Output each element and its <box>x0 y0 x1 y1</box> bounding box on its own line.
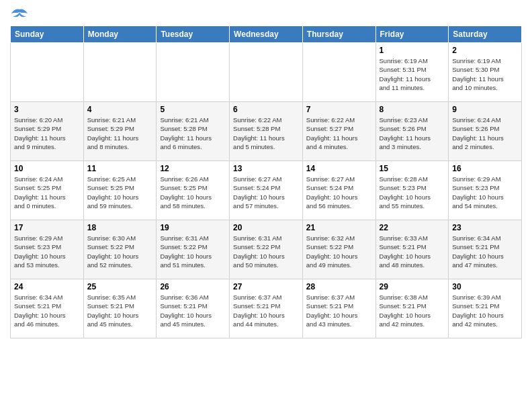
header <box>10 7 522 23</box>
day-info: Sunrise: 6:37 AM Sunset: 5:21 PM Dayligh… <box>233 293 299 328</box>
calendar-day-header: Friday <box>375 26 449 43</box>
calendar-cell: 25Sunrise: 6:35 AM Sunset: 5:21 PM Dayli… <box>83 279 157 338</box>
calendar-body: 1Sunrise: 6:19 AM Sunset: 5:31 PM Daylig… <box>11 43 522 338</box>
day-number: 7 <box>306 105 372 114</box>
day-number: 30 <box>452 282 518 291</box>
calendar-week-row: 24Sunrise: 6:34 AM Sunset: 5:21 PM Dayli… <box>11 279 522 338</box>
day-number: 27 <box>233 282 299 291</box>
day-info: Sunrise: 6:21 AM Sunset: 5:29 PM Dayligh… <box>87 116 153 151</box>
calendar-cell: 9Sunrise: 6:24 AM Sunset: 5:26 PM Daylig… <box>449 102 522 161</box>
calendar-cell: 10Sunrise: 6:24 AM Sunset: 5:25 PM Dayli… <box>11 161 84 220</box>
day-number: 10 <box>14 164 80 173</box>
calendar-day-header: Monday <box>83 26 157 43</box>
calendar-cell: 19Sunrise: 6:31 AM Sunset: 5:22 PM Dayli… <box>157 220 230 279</box>
calendar-day-header: Tuesday <box>157 26 230 43</box>
day-info: Sunrise: 6:19 AM Sunset: 5:30 PM Dayligh… <box>452 56 518 92</box>
calendar-cell: 2Sunrise: 6:19 AM Sunset: 5:30 PM Daylig… <box>449 43 522 102</box>
calendar-cell <box>230 43 303 102</box>
day-number: 19 <box>160 223 226 232</box>
calendar-day-header: Sunday <box>11 26 84 43</box>
calendar-cell: 15Sunrise: 6:28 AM Sunset: 5:23 PM Dayli… <box>375 161 449 220</box>
day-number: 14 <box>306 164 372 173</box>
calendar-cell: 11Sunrise: 6:25 AM Sunset: 5:25 PM Dayli… <box>83 161 157 220</box>
day-info: Sunrise: 6:28 AM Sunset: 5:23 PM Dayligh… <box>380 175 445 210</box>
day-number: 4 <box>87 105 153 114</box>
calendar-cell: 24Sunrise: 6:34 AM Sunset: 5:21 PM Dayli… <box>11 279 84 338</box>
day-number: 1 <box>380 46 445 55</box>
calendar-week-row: 10Sunrise: 6:24 AM Sunset: 5:25 PM Dayli… <box>11 161 522 220</box>
day-number: 18 <box>87 223 153 232</box>
calendar-cell: 17Sunrise: 6:29 AM Sunset: 5:23 PM Dayli… <box>11 220 84 279</box>
calendar-header-row: SundayMondayTuesdayWednesdayThursdayFrid… <box>11 26 522 43</box>
day-info: Sunrise: 6:21 AM Sunset: 5:28 PM Dayligh… <box>160 116 226 151</box>
day-info: Sunrise: 6:30 AM Sunset: 5:22 PM Dayligh… <box>87 234 153 269</box>
day-info: Sunrise: 6:35 AM Sunset: 5:21 PM Dayligh… <box>87 293 153 328</box>
calendar-cell: 29Sunrise: 6:38 AM Sunset: 5:21 PM Dayli… <box>375 279 449 338</box>
calendar-cell <box>11 43 84 102</box>
day-number: 22 <box>380 223 445 232</box>
day-number: 16 <box>452 164 518 173</box>
day-info: Sunrise: 6:39 AM Sunset: 5:21 PM Dayligh… <box>452 293 518 328</box>
day-number: 26 <box>160 282 226 291</box>
calendar-cell: 13Sunrise: 6:27 AM Sunset: 5:24 PM Dayli… <box>230 161 303 220</box>
day-number: 6 <box>233 105 299 114</box>
day-info: Sunrise: 6:26 AM Sunset: 5:25 PM Dayligh… <box>160 175 226 210</box>
logo-icon <box>10 7 29 23</box>
calendar-cell <box>302 43 375 102</box>
calendar-cell: 14Sunrise: 6:27 AM Sunset: 5:24 PM Dayli… <box>302 161 375 220</box>
day-number: 21 <box>306 223 372 232</box>
day-number: 25 <box>87 282 153 291</box>
day-number: 2 <box>452 46 518 55</box>
day-info: Sunrise: 6:29 AM Sunset: 5:23 PM Dayligh… <box>14 234 80 269</box>
calendar-cell: 23Sunrise: 6:34 AM Sunset: 5:21 PM Dayli… <box>449 220 522 279</box>
day-info: Sunrise: 6:20 AM Sunset: 5:29 PM Dayligh… <box>14 116 80 151</box>
calendar-cell <box>157 43 230 102</box>
day-info: Sunrise: 6:31 AM Sunset: 5:22 PM Dayligh… <box>233 234 299 269</box>
calendar-cell: 1Sunrise: 6:19 AM Sunset: 5:31 PM Daylig… <box>375 43 449 102</box>
calendar-day-header: Wednesday <box>230 26 303 43</box>
calendar-cell: 22Sunrise: 6:33 AM Sunset: 5:21 PM Dayli… <box>375 220 449 279</box>
day-number: 3 <box>14 105 80 114</box>
day-number: 15 <box>380 164 445 173</box>
calendar-cell: 3Sunrise: 6:20 AM Sunset: 5:29 PM Daylig… <box>11 102 84 161</box>
calendar-day-header: Saturday <box>449 26 522 43</box>
day-info: Sunrise: 6:22 AM Sunset: 5:27 PM Dayligh… <box>306 116 372 151</box>
calendar-cell: 12Sunrise: 6:26 AM Sunset: 5:25 PM Dayli… <box>157 161 230 220</box>
calendar-cell: 18Sunrise: 6:30 AM Sunset: 5:22 PM Dayli… <box>83 220 157 279</box>
calendar-cell: 7Sunrise: 6:22 AM Sunset: 5:27 PM Daylig… <box>302 102 375 161</box>
calendar-cell: 21Sunrise: 6:32 AM Sunset: 5:22 PM Dayli… <box>302 220 375 279</box>
calendar-cell: 4Sunrise: 6:21 AM Sunset: 5:29 PM Daylig… <box>83 102 157 161</box>
day-info: Sunrise: 6:36 AM Sunset: 5:21 PM Dayligh… <box>160 293 226 328</box>
day-number: 8 <box>380 105 445 114</box>
day-number: 11 <box>87 164 153 173</box>
day-info: Sunrise: 6:29 AM Sunset: 5:23 PM Dayligh… <box>452 175 518 210</box>
calendar-cell: 5Sunrise: 6:21 AM Sunset: 5:28 PM Daylig… <box>157 102 230 161</box>
day-info: Sunrise: 6:31 AM Sunset: 5:22 PM Dayligh… <box>160 234 226 269</box>
day-number: 23 <box>452 223 518 232</box>
day-info: Sunrise: 6:24 AM Sunset: 5:25 PM Dayligh… <box>14 175 80 210</box>
calendar-day-header: Thursday <box>302 26 375 43</box>
day-info: Sunrise: 6:23 AM Sunset: 5:26 PM Dayligh… <box>380 116 445 151</box>
calendar-cell: 16Sunrise: 6:29 AM Sunset: 5:23 PM Dayli… <box>449 161 522 220</box>
page: SundayMondayTuesdayWednesdayThursdayFrid… <box>0 0 532 345</box>
calendar-cell: 26Sunrise: 6:36 AM Sunset: 5:21 PM Dayli… <box>157 279 230 338</box>
day-number: 5 <box>160 105 226 114</box>
calendar-cell: 27Sunrise: 6:37 AM Sunset: 5:21 PM Dayli… <box>230 279 303 338</box>
day-info: Sunrise: 6:19 AM Sunset: 5:31 PM Dayligh… <box>380 56 445 92</box>
day-info: Sunrise: 6:32 AM Sunset: 5:22 PM Dayligh… <box>306 234 372 269</box>
day-info: Sunrise: 6:27 AM Sunset: 5:24 PM Dayligh… <box>233 175 299 210</box>
calendar-week-row: 17Sunrise: 6:29 AM Sunset: 5:23 PM Dayli… <box>11 220 522 279</box>
day-number: 28 <box>306 282 372 291</box>
calendar-cell: 30Sunrise: 6:39 AM Sunset: 5:21 PM Dayli… <box>449 279 522 338</box>
calendar-cell <box>83 43 157 102</box>
calendar-week-row: 1Sunrise: 6:19 AM Sunset: 5:31 PM Daylig… <box>11 43 522 102</box>
day-info: Sunrise: 6:33 AM Sunset: 5:21 PM Dayligh… <box>380 234 445 269</box>
calendar-cell: 20Sunrise: 6:31 AM Sunset: 5:22 PM Dayli… <box>230 220 303 279</box>
day-info: Sunrise: 6:34 AM Sunset: 5:21 PM Dayligh… <box>14 293 80 328</box>
calendar-cell: 8Sunrise: 6:23 AM Sunset: 5:26 PM Daylig… <box>375 102 449 161</box>
day-number: 20 <box>233 223 299 232</box>
day-number: 9 <box>452 105 518 114</box>
day-number: 17 <box>14 223 80 232</box>
day-number: 12 <box>160 164 226 173</box>
day-info: Sunrise: 6:22 AM Sunset: 5:28 PM Dayligh… <box>233 116 299 151</box>
